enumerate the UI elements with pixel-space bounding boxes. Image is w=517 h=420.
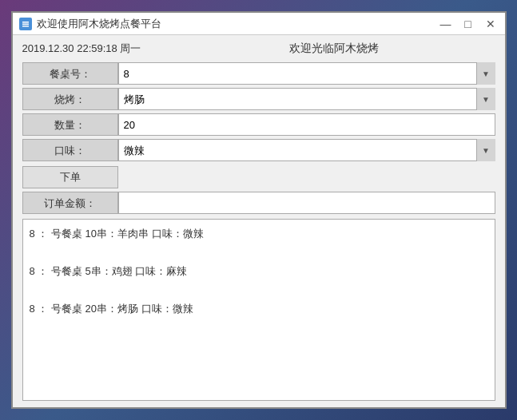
order-list: 8 ： 号餐桌 10串：羊肉串 口味：微辣8 ： 号餐桌 5串：鸡翅 口味：麻辣… (22, 219, 495, 401)
bbq-select-wrapper: 烤肠 羊肉串 鸡翅 牛肉串 ▼ (118, 88, 495, 110)
svg-rect-1 (22, 22, 29, 23)
flavor-label: 口味： (22, 139, 118, 161)
title-bar-left: 欢迎使用阿木烧烤点餐平台 (19, 17, 161, 31)
list-item: 8 ： 号餐桌 5串：鸡翅 口味：麻辣 (30, 262, 488, 280)
app-icon (19, 18, 32, 30)
info-bar: 2019.12.30 22:59:18 周一 欢迎光临阿木烧烤 (22, 42, 495, 56)
title-bar: 欢迎使用阿木烧烤点餐平台 — □ ✕ (13, 13, 505, 35)
bbq-row: 烧烤： 烤肠 羊肉串 鸡翅 牛肉串 ▼ (22, 88, 495, 110)
table-select[interactable]: 8 1 2 3 4 5 (118, 62, 495, 85)
quantity-label: 数量： (22, 113, 118, 136)
datetime-display: 2019.12.30 22:59:18 周一 (22, 42, 141, 56)
title-buttons: — □ ✕ (438, 17, 499, 31)
flavor-select-wrapper: 微辣 不辣 中辣 麻辣 超辣 ▼ (118, 139, 495, 161)
svg-rect-3 (22, 26, 29, 27)
list-item: 8 ： 号餐桌 20串：烤肠 口味：微辣 (30, 299, 488, 318)
amount-label: 订单金额： (22, 192, 118, 214)
quantity-input[interactable] (118, 113, 495, 136)
content-area: 2019.12.30 22:59:18 周一 欢迎光临阿木烧烤 餐桌号： 8 1… (13, 35, 505, 407)
place-order-button[interactable]: 下单 (22, 166, 118, 188)
bbq-select[interactable]: 烤肠 羊肉串 鸡翅 牛肉串 (118, 88, 495, 110)
minimize-button[interactable]: — (438, 17, 454, 31)
table-row: 餐桌号： 8 1 2 3 4 5 ▼ (22, 62, 495, 85)
bbq-label: 烧烤： (22, 88, 118, 110)
table-select-wrapper: 8 1 2 3 4 5 ▼ (118, 62, 495, 85)
list-item: 8 ： 号餐桌 10串：羊肉串 口味：微辣 (30, 224, 488, 243)
quantity-row: 数量： (22, 113, 495, 136)
window-title: 欢迎使用阿木烧烤点餐平台 (37, 17, 161, 31)
flavor-select[interactable]: 微辣 不辣 中辣 麻辣 超辣 (118, 139, 495, 161)
button-row: 下单 (22, 166, 495, 188)
flavor-row: 口味： 微辣 不辣 中辣 麻辣 超辣 ▼ (22, 139, 495, 161)
main-window: 欢迎使用阿木烧烤点餐平台 — □ ✕ 2019.12.30 22:59:18 周… (11, 11, 507, 409)
maximize-button[interactable]: □ (460, 17, 476, 31)
form-area: 餐桌号： 8 1 2 3 4 5 ▼ 烧烤： (22, 62, 495, 161)
amount-row: 订单金额： (22, 192, 495, 214)
close-button[interactable]: ✕ (483, 17, 499, 31)
amount-value (118, 192, 495, 214)
table-label: 餐桌号： (22, 62, 118, 85)
welcome-message: 欢迎光临阿木烧烤 (173, 42, 495, 56)
svg-rect-2 (22, 23, 29, 25)
